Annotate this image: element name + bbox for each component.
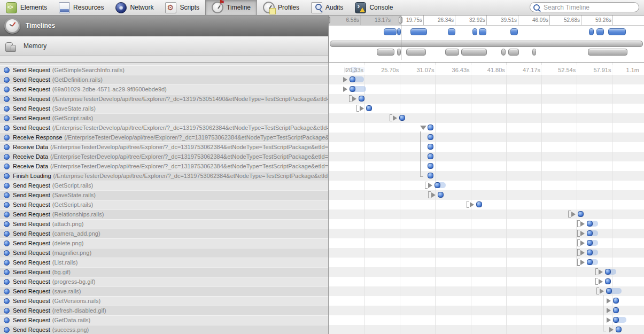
record-arrow-icon (431, 192, 436, 198)
record-arrow-icon (580, 231, 585, 236)
record-bullet-icon (4, 135, 10, 141)
timeline-record-row[interactable]: Send Request(69a01029-2dbe-4571-ac29-9f8… (0, 84, 328, 94)
timeline-record-row[interactable]: Send Request(refresh-disabled.gif) (0, 306, 328, 315)
tab-network[interactable]: Network (110, 0, 159, 15)
record-type: Send Request (13, 306, 50, 315)
record-bracket (467, 201, 469, 208)
timeline-record-row[interactable]: Receive Data(/EnterpriseTesterDevelop/ap… (0, 152, 328, 161)
profiles-icon (263, 2, 275, 13)
tab-label: Network (130, 4, 153, 11)
search-field[interactable] (530, 2, 639, 12)
timeline-record-row[interactable]: Send Request(SaveState.rails) (0, 104, 328, 113)
timeline-record-row[interactable]: Send Request(GetScript.rails) (0, 181, 328, 190)
tab-scripts[interactable]: Scripts (159, 0, 205, 15)
timeline-record-row[interactable]: Send Request(/EnterpriseTesterDevelop/ap… (0, 123, 328, 133)
tab-timeline[interactable]: Timeline (205, 0, 257, 15)
records-grid[interactable]: 20.33s25.70s31.07s36.43s41.80s47.17s52.5… (329, 63, 644, 334)
timeline-record-row[interactable]: Send Request(GetVersions.rails) (0, 296, 328, 306)
record-type: Send Request (13, 267, 50, 277)
record-type: Send Request (13, 248, 50, 258)
overview-ruler-tick (581, 15, 581, 25)
timeline-record-row[interactable]: Finish Loading(/EnterpriseTesterDevelop/… (0, 171, 328, 181)
timeline-record-row[interactable]: Receive Data(/EnterpriseTesterDevelop/ap… (0, 142, 328, 152)
records-list: Send Request(GetSimpleSearchInfo.rails)S… (0, 63, 329, 334)
timeline-record-row[interactable]: Send Request(List.rails) (0, 258, 328, 267)
record-event-dot (428, 134, 433, 140)
timeline-record-row[interactable]: Send Request(camera_add.png) (0, 229, 328, 238)
record-arrow-icon (599, 269, 603, 275)
grid-ruler-label: 57.91s (593, 67, 611, 73)
overview-ruler-tick (486, 15, 487, 25)
tab-console[interactable]: Console (349, 0, 399, 15)
record-bullet-icon (4, 115, 10, 121)
record-type: Receive Data (13, 142, 48, 152)
record-event-dot (587, 240, 593, 246)
timeline-record-row[interactable]: Send Request(/EnterpriseTesterDevelop/ap… (0, 94, 328, 104)
timeline-record-row[interactable]: Send Request(progress-bg.gif) (0, 277, 328, 286)
timeline-record-row[interactable]: Send Request(Relationships.rails) (0, 209, 328, 219)
record-arrow-icon (580, 260, 585, 265)
overview-splitter-bar[interactable] (330, 41, 643, 47)
timeline-record-row[interactable]: Send Request(success.png) (0, 325, 328, 334)
timeline-record-row[interactable]: Send Request(GetData.rails) (0, 315, 328, 325)
record-bullet-icon (4, 192, 10, 198)
record-arrow-icon (580, 250, 585, 255)
record-bullet-icon (4, 308, 10, 314)
timeline-record-row[interactable]: Send Request(magnifier.png) (0, 248, 328, 258)
window-resize-grip[interactable] (399, 17, 402, 24)
tab-profiles[interactable]: Profiles (257, 0, 305, 15)
timeline-record-row[interactable]: Send Request(GetScript.rails) (0, 200, 328, 209)
record-detail: (save.rails) (52, 286, 81, 296)
overview-ruler-label: 52.68s (564, 17, 580, 23)
timeline-record-row[interactable]: Receive Response(/EnterpriseTesterDevelo… (0, 133, 328, 142)
grid-ruler-label: 36.43s (452, 67, 470, 73)
tab-elements[interactable]: Elements (0, 0, 53, 15)
overview-ruler-label: 19.75s (406, 17, 422, 23)
tab-resources[interactable]: Resources (53, 0, 110, 15)
overview-item-timelines[interactable]: Timelines (0, 15, 328, 36)
timeline-record-row[interactable]: Send Request(save.rails) (0, 286, 328, 296)
timeline-overview-pane: Timelines Memory 6.58s13.17s19.75s26.34s… (0, 15, 644, 63)
console-icon (355, 2, 366, 13)
timeline-record-row[interactable]: Send Request(GetSimpleSearchInfo.rails) (0, 65, 328, 75)
timeline-record-row[interactable]: Send Request(attach.png) (0, 219, 328, 229)
search-input[interactable] (542, 3, 635, 12)
overview-ruler: 6.58s13.17s19.75s26.34s32.92s39.51s46.09… (329, 15, 644, 26)
timeline-record-row[interactable]: Send Request(delete.png) (0, 238, 328, 248)
clock-hand (218, 5, 221, 9)
timeline-record-row[interactable]: Send Request(SaveState.rails) (0, 190, 328, 200)
tab-audits[interactable]: Audits (305, 0, 349, 15)
record-bullet-icon (4, 240, 10, 246)
record-arrow-icon (599, 279, 603, 284)
grid-ruler-label: 1.1m (626, 67, 639, 73)
timeline-record-row[interactable]: Send Request(GetDefinition.rails) (0, 75, 328, 84)
overview-item-memory[interactable]: Memory (0, 36, 328, 56)
timeline-record-row[interactable]: Send Request(bg.gif) (0, 267, 328, 277)
record-type: Send Request (13, 65, 50, 75)
record-detail: (GetScript.rails) (52, 113, 93, 123)
record-bullet-icon (4, 250, 10, 256)
timeline-record-row[interactable]: Receive Data(/EnterpriseTesterDevelop/ap… (0, 161, 328, 171)
overview-record-capsule (472, 28, 477, 35)
overview-ruler-label: 6.58s (346, 17, 359, 23)
window-left-grip[interactable] (329, 17, 330, 24)
overview-graph-area[interactable]: 6.58s13.17s19.75s26.34s32.92s39.51s46.09… (329, 15, 644, 62)
record-arrow-icon (609, 327, 614, 332)
record-type: Send Request (13, 258, 50, 267)
timeline-record-row[interactable]: Send Request(GetScript.rails) (0, 113, 328, 123)
search-icon (533, 4, 540, 11)
timelines-clock-icon (4, 18, 20, 34)
record-event-dot (587, 250, 593, 255)
record-arrow-icon (393, 115, 397, 121)
record-bullet-icon (4, 298, 10, 304)
overview-ruler-tick (549, 15, 550, 25)
record-group-connector (603, 295, 606, 331)
record-type: Send Request (13, 123, 50, 133)
record-arrow-icon (607, 317, 611, 323)
record-event-dot (613, 298, 619, 304)
record-event-dot (606, 288, 612, 294)
overview-ruler-label: 26.34s (438, 17, 454, 23)
record-type: Send Request (13, 104, 50, 113)
record-bullet-icon (4, 173, 10, 179)
record-bullet-icon (4, 260, 10, 266)
